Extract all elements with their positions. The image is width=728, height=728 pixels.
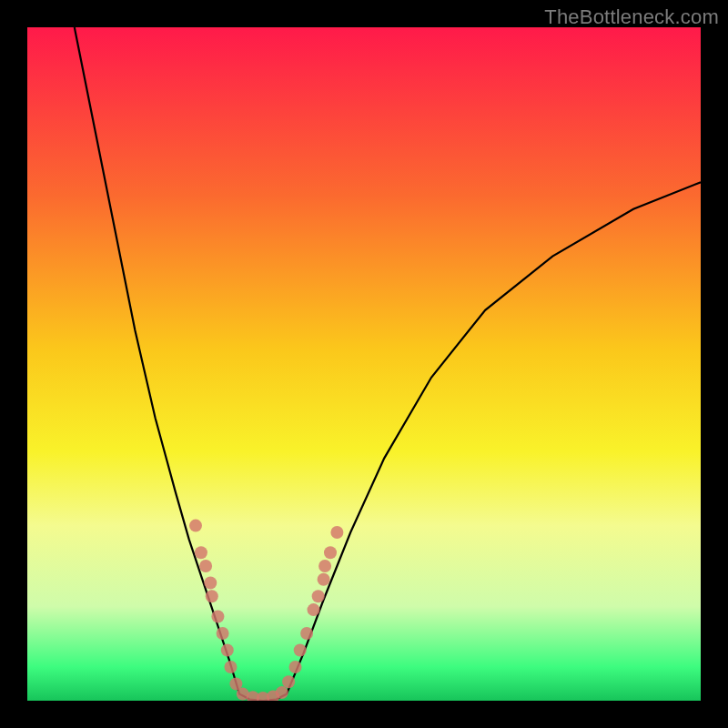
scatter-dot (324, 546, 337, 559)
scatter-dot (276, 686, 288, 699)
scatter-dot (294, 644, 307, 657)
scatter-dot (312, 590, 325, 602)
plot-area (27, 27, 701, 701)
scatter-dot (206, 590, 218, 602)
chart-frame: TheBottleneck.com (0, 0, 728, 728)
scatter-dot (189, 520, 202, 532)
scatter-dot (318, 573, 330, 586)
watermark-text: TheBottleneck.com (544, 5, 719, 29)
gradient-background (27, 27, 701, 701)
scatter-dot (204, 577, 217, 590)
scatter-dot (199, 560, 212, 572)
scatter-dot (289, 661, 302, 673)
scatter-dot (308, 603, 320, 616)
scatter-dot (318, 560, 331, 572)
scatter-dot (195, 546, 207, 559)
scatter-dot (211, 611, 224, 623)
scatter-dot (300, 627, 313, 640)
scatter-dot (282, 675, 295, 688)
scatter-dot (221, 644, 234, 657)
scatter-dot (217, 627, 229, 640)
scatter-dot (330, 526, 343, 539)
chart-svg (27, 27, 701, 701)
scatter-dot (224, 661, 237, 673)
